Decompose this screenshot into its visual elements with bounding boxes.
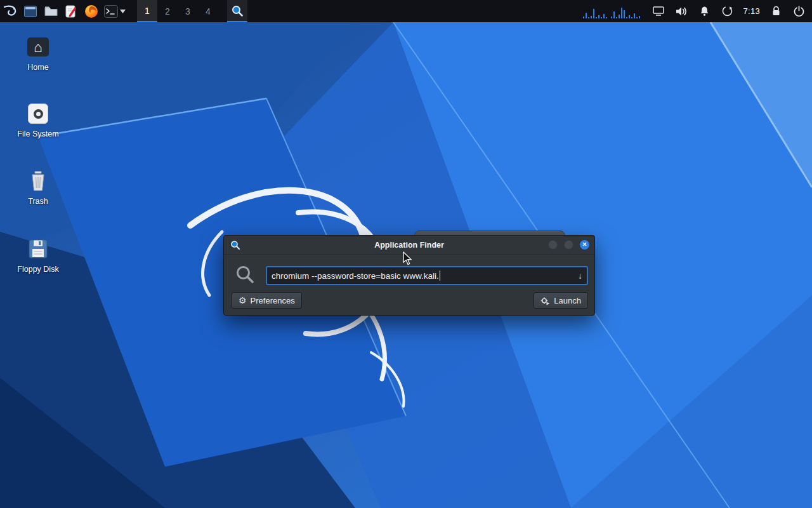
text-editor-icon[interactable]: [61, 0, 81, 22]
floppy-disk-icon: [29, 239, 48, 258]
home-icon: ⌂: [27, 37, 49, 57]
folder-icon[interactable]: [41, 0, 61, 22]
power-icon: [794, 6, 804, 17]
workspace-switcher: 1 2 3 4: [137, 0, 218, 22]
desktop-icon-floppy-disk[interactable]: Floppy Disk: [10, 237, 67, 274]
workspace-4[interactable]: 4: [198, 0, 218, 22]
bell-icon: [699, 6, 710, 17]
launch-button[interactable]: Launch: [534, 292, 588, 309]
panel-right: 7:13: [582, 0, 812, 22]
taskbar-application-finder[interactable]: [227, 0, 247, 22]
speaker-icon: [676, 6, 687, 17]
display-settings-tray[interactable]: [652, 0, 665, 22]
file-manager-window-icon[interactable]: [20, 0, 41, 22]
gear-icon: ⚙: [239, 296, 247, 305]
dropdown-arrow-icon[interactable]: ↓: [573, 271, 582, 281]
lock-screen-tray[interactable]: [769, 0, 783, 22]
terminal-dropdown-caret: [120, 10, 126, 13]
desktop-icon-label: Home: [10, 63, 67, 72]
firefox-icon[interactable]: [81, 0, 102, 22]
mouse-cursor: [403, 251, 414, 267]
desktop-icon-label: Trash: [10, 197, 67, 206]
kali-menu-icon[interactable]: [0, 0, 20, 22]
search-icon: [235, 265, 254, 284]
lock-icon: [771, 6, 781, 17]
desktop-icon-home[interactable]: ⌂ Home: [10, 35, 67, 72]
preferences-button[interactable]: ⚙ Preferences: [232, 292, 302, 309]
top-panel: 1 2 3 4: [0, 0, 812, 22]
close-button[interactable]: ✕: [580, 240, 589, 250]
file-system-drive-icon: [28, 104, 48, 124]
notifications-tray[interactable]: [697, 0, 711, 22]
close-icon: ✕: [582, 242, 587, 248]
logout-tray[interactable]: [792, 0, 806, 22]
launch-button-label: Launch: [554, 296, 581, 305]
minimize-button[interactable]: [548, 240, 558, 250]
trash-can-icon: [29, 170, 47, 192]
desktop-icon-file-system[interactable]: File System: [10, 102, 67, 138]
workspace-3[interactable]: 3: [178, 0, 198, 22]
text-caret: [440, 271, 440, 281]
update-status-tray[interactable]: [720, 0, 734, 22]
terminal-icon: [104, 5, 118, 18]
window-title: Application Finder: [374, 241, 444, 250]
command-input-text: chromium --password-store=basic www.kali…: [272, 271, 439, 281]
maximize-button[interactable]: [564, 240, 573, 250]
workspace-2[interactable]: 2: [157, 0, 178, 22]
panel-left: 1 2 3 4: [0, 0, 247, 22]
application-finder-window: Application Finder ✕ chromium --password…: [223, 235, 595, 316]
display-icon: [653, 6, 664, 16]
launch-icon: [540, 296, 550, 305]
volume-tray[interactable]: [674, 0, 688, 22]
panel-clock[interactable]: 7:13: [743, 6, 760, 16]
preferences-button-label: Preferences: [251, 296, 295, 305]
app-finder-title-icon: [230, 240, 240, 250]
desktop-icon-trash[interactable]: Trash: [10, 169, 67, 206]
workspace-1[interactable]: 1: [137, 0, 157, 22]
desktop-icon-label: File System: [10, 130, 67, 138]
terminal-launcher[interactable]: [102, 0, 128, 22]
system-monitor-graph[interactable]: [582, 4, 643, 19]
command-input[interactable]: chromium --password-store=basic www.kali…: [266, 266, 588, 285]
update-arrow-icon: [722, 6, 733, 17]
desktop-icon-label: Floppy Disk: [10, 265, 67, 274]
app-finder-icon: [231, 4, 244, 17]
